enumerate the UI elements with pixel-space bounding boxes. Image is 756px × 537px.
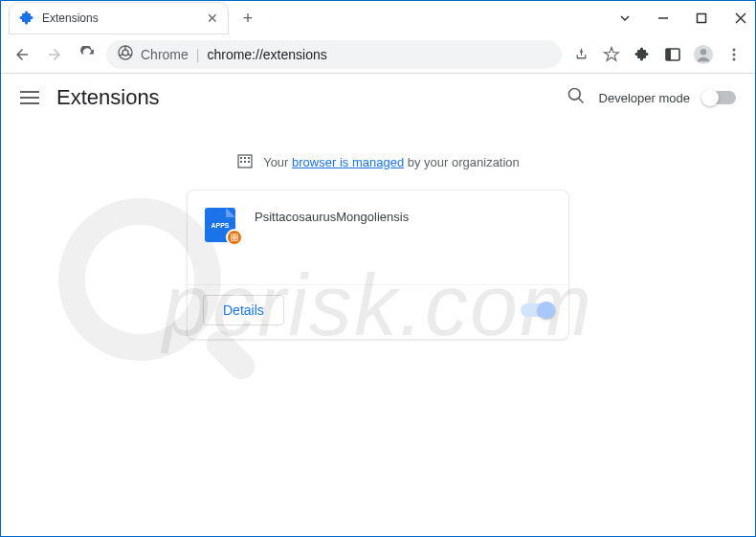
svg-rect-19: [240, 157, 242, 159]
new-tab-button[interactable]: +: [234, 5, 261, 32]
extension-icon-text: APPS: [211, 222, 229, 229]
svg-point-15: [733, 57, 736, 60]
url-divider: |: [196, 47, 200, 62]
search-icon[interactable]: [567, 86, 586, 109]
window-close-icon[interactable]: [734, 11, 747, 25]
share-icon[interactable]: [567, 41, 594, 68]
svg-point-13: [733, 48, 736, 51]
extensions-puzzle-icon[interactable]: [629, 41, 656, 68]
window-minimize-icon[interactable]: [657, 12, 669, 24]
tab-close-icon[interactable]: ✕: [207, 11, 218, 25]
tab-title: Extensions: [42, 11, 199, 25]
svg-rect-20: [244, 157, 246, 159]
kebab-menu-icon[interactable]: [721, 41, 747, 68]
extension-name: PsittacosaurusMongoliensis: [255, 208, 409, 242]
address-bar[interactable]: Chrome | chrome://extensions: [106, 40, 562, 69]
managed-prefix: Your: [263, 155, 288, 169]
back-button[interactable]: [9, 41, 35, 68]
svg-rect-1: [698, 14, 706, 23]
developer-mode-label: Developer mode: [599, 91, 690, 105]
url-scheme-label: Chrome: [141, 47, 189, 62]
svg-rect-24: [248, 161, 250, 163]
bookmark-star-icon[interactable]: [598, 41, 625, 68]
browser-tab[interactable]: Extensions ✕: [9, 2, 229, 34]
url-path: chrome://extensions: [207, 47, 326, 62]
managed-suffix: by your organization: [408, 155, 520, 169]
extension-puzzle-icon: [19, 11, 34, 26]
extension-icon: APPS: [205, 208, 239, 242]
svg-rect-10: [666, 49, 671, 60]
sidepanel-icon[interactable]: [659, 41, 686, 68]
managed-notice: Your browser is managed by your organiza…: [1, 152, 755, 172]
managed-link[interactable]: browser is managed: [292, 155, 404, 169]
window-dropdown-icon[interactable]: [619, 12, 631, 24]
hamburger-menu-icon[interactable]: [20, 91, 39, 104]
forward-button[interactable]: [41, 41, 68, 68]
reload-button[interactable]: [74, 41, 100, 68]
chrome-logo-icon: [118, 45, 133, 63]
svg-point-16: [568, 89, 580, 101]
browser-toolbar: Chrome | chrome://extensions: [1, 35, 755, 74]
svg-rect-21: [248, 157, 250, 159]
extension-card: APPS PsittacosaurusMongoliensis Details: [187, 190, 569, 340]
profile-avatar-icon[interactable]: [690, 41, 717, 68]
organization-building-icon: [236, 152, 254, 172]
extension-enable-toggle[interactable]: [521, 303, 553, 317]
extension-badge-icon: [226, 229, 243, 246]
svg-line-7: [120, 55, 123, 56]
svg-line-8: [128, 55, 132, 56]
details-button[interactable]: Details: [203, 295, 284, 325]
svg-point-14: [733, 53, 736, 56]
svg-rect-22: [240, 161, 242, 163]
window-maximize-icon[interactable]: [696, 12, 707, 24]
developer-mode-toggle[interactable]: [703, 91, 736, 104]
svg-line-17: [578, 99, 583, 103]
page-title: Extensions: [56, 85, 160, 110]
svg-rect-25: [231, 234, 238, 241]
svg-point-12: [700, 49, 706, 55]
svg-point-5: [122, 50, 128, 56]
svg-rect-23: [244, 161, 246, 163]
